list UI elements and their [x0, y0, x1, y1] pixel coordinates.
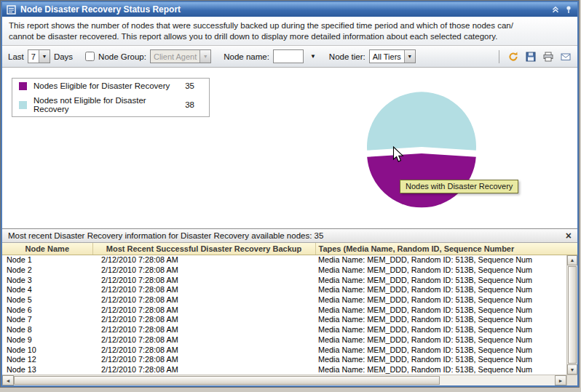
tapes-cell: Media Name: MEM_DDD, Random ID: 513B, Se… — [315, 364, 566, 375]
tapes-cell: Media Name: MEM_DDD, Random ID: 513B, Se… — [315, 324, 566, 335]
node-name-label: Node name: — [224, 52, 269, 61]
tapes-cell: Media Name: MEM_DDD, Random ID: 513B, Se… — [315, 345, 566, 355]
last-label: Last — [8, 52, 24, 61]
column-header-backup[interactable]: Most Recent Successful Disaster Recovery… — [92, 243, 315, 255]
node-tier-select[interactable]: All Tiers ▼ — [369, 49, 416, 63]
legend-item-not-eligible[interactable]: Nodes not Eligible for Disaster Recovery… — [12, 93, 209, 116]
legend-item-eligible[interactable]: Nodes Eligible for Disaster Recovery 35 — [12, 79, 209, 93]
node-name-cell: Node 5 — [2, 295, 92, 305]
report-icon — [7, 5, 16, 15]
report-window: Node Disaster Recovery Status Report Thi… — [1, 1, 579, 387]
filter-toolbar: Last 7 ▼ Days Node Group: Client Agent ▼… — [2, 46, 577, 68]
refresh-icon[interactable] — [507, 51, 519, 63]
tapes-cell: Media Name: MEM_DDD, Random ID: 513B, Se… — [315, 335, 566, 345]
node-name-cell: Node 10 — [2, 345, 92, 355]
tapes-cell: Media Name: MEM_DDD, Random ID: 513B, Se… — [315, 265, 566, 275]
print-icon[interactable] — [542, 51, 554, 63]
legend-color-eligible — [19, 82, 27, 90]
mouse-cursor-icon — [392, 146, 404, 166]
node-name-cell: Node 2 — [2, 265, 92, 275]
backup-time-cell: 2/12/2010 7:28:08 AM — [92, 265, 315, 275]
node-name-cell: Node 7 — [2, 315, 92, 325]
horizontal-scrollbar[interactable]: ◄ ► — [2, 375, 577, 385]
tapes-cell: Media Name: MEM_DDD, Random ID: 513B, Se… — [315, 295, 566, 305]
email-icon[interactable] — [560, 51, 572, 63]
pie-slice-not-eligible[interactable] — [367, 92, 476, 150]
close-icon[interactable]: × — [566, 231, 572, 241]
detail-panel: Most recent Disaster Recovery informatio… — [2, 228, 577, 385]
tapes-cell: Media Name: MEM_DDD, Random ID: 513B, Se… — [315, 285, 566, 295]
node-name-cell: Node 13 — [2, 364, 92, 375]
backup-time-cell: 2/12/2010 7:28:08 AM — [92, 335, 315, 345]
table-row[interactable]: Node 22/12/2010 7:28:08 AMMedia Name: ME… — [2, 265, 566, 275]
table-row[interactable]: Node 52/12/2010 7:28:08 AMMedia Name: ME… — [2, 295, 566, 305]
toolbar-actions — [499, 50, 572, 63]
toolbar-separator — [499, 50, 499, 63]
table-row[interactable]: Node 42/12/2010 7:28:08 AMMedia Name: ME… — [2, 285, 566, 295]
table-header: Node Name Most Recent Successful Disaste… — [2, 243, 577, 255]
report-description-line1: This report shows the number of nodes th… — [9, 20, 570, 31]
node-name-input[interactable] — [273, 49, 304, 63]
node-group-checkbox[interactable] — [85, 52, 95, 61]
table-row[interactable]: Node 132/12/2010 7:28:08 AMMedia Name: M… — [2, 364, 566, 375]
node-name-cell: Node 8 — [2, 324, 92, 335]
backup-time-cell: 2/12/2010 7:28:08 AM — [92, 364, 315, 375]
node-group-select[interactable]: Client Agent ▼ — [150, 49, 211, 63]
vertical-scrollbar[interactable]: ▲ ▼ — [566, 255, 577, 375]
desktop-background: Node Disaster Recovery Status Report Thi… — [0, 0, 581, 392]
backup-time-cell: 2/12/2010 7:28:08 AM — [92, 255, 315, 265]
save-icon[interactable] — [525, 51, 537, 63]
table-row[interactable]: Node 92/12/2010 7:28:08 AMMedia Name: ME… — [2, 335, 566, 345]
table-body: Node 12/12/2010 7:28:08 AMMedia Name: ME… — [2, 255, 566, 375]
pin-icon[interactable] — [564, 5, 573, 14]
scroll-right-icon[interactable]: ► — [555, 375, 566, 385]
collapse-icon[interactable] — [551, 5, 560, 14]
legend-value-not-eligible: 38 — [185, 100, 194, 109]
detail-header: Most recent Disaster Recovery informatio… — [2, 229, 577, 243]
scroll-up-icon[interactable]: ▲ — [567, 255, 577, 265]
backup-time-cell: 2/12/2010 7:28:08 AM — [92, 275, 315, 285]
table-row[interactable]: Node 32/12/2010 7:28:08 AMMedia Name: ME… — [2, 275, 566, 285]
table-row[interactable]: Node 82/12/2010 7:28:08 AMMedia Name: ME… — [2, 324, 566, 335]
node-name-cell: Node 1 — [2, 255, 92, 265]
node-name-cell: Node 12 — [2, 354, 92, 364]
node-name-cell: Node 3 — [2, 275, 92, 285]
title-bar: Node Disaster Recovery Status Report — [2, 2, 577, 17]
horizontal-scroll-thumb[interactable] — [14, 376, 440, 385]
tapes-cell: Media Name: MEM_DDD, Random ID: 513B, Se… — [315, 354, 566, 364]
period-select-value: 7 — [28, 50, 39, 63]
vertical-scroll-thumb[interactable] — [568, 266, 577, 364]
column-header-node-name[interactable]: Node Name — [2, 243, 92, 255]
backup-time-cell: 2/12/2010 7:28:08 AM — [92, 305, 315, 315]
chart-legend: Nodes Eligible for Disaster Recovery 35 … — [12, 78, 210, 117]
table-row[interactable]: Node 62/12/2010 7:28:08 AMMedia Name: ME… — [2, 305, 566, 315]
horizontal-scroll-track[interactable] — [440, 375, 555, 385]
report-description-line2: cannot be disaster recovered. This repor… — [9, 31, 570, 42]
scroll-left-icon[interactable]: ◄ — [2, 375, 14, 385]
chevron-down-icon: ▼ — [199, 50, 210, 63]
report-description: This report shows the number of nodes th… — [2, 17, 577, 46]
node-name-cell: Node 6 — [2, 305, 92, 315]
node-name-cell: Node 4 — [2, 285, 92, 295]
detail-header-text: Most recent Disaster Recovery informatio… — [8, 231, 323, 240]
table-body-region: Node 12/12/2010 7:28:08 AMMedia Name: ME… — [2, 255, 577, 375]
backup-time-cell: 2/12/2010 7:28:08 AM — [92, 354, 315, 364]
backup-time-cell: 2/12/2010 7:28:08 AM — [92, 315, 315, 325]
column-header-tapes[interactable]: Tapes (Media Name, Random ID, Sequence N… — [315, 243, 577, 255]
node-name-dropdown-icon[interactable]: ▼ — [309, 53, 317, 60]
days-label: Days — [54, 52, 73, 61]
node-group-label: Node Group: — [98, 52, 146, 61]
tapes-cell: Media Name: MEM_DDD, Random ID: 513B, Se… — [315, 255, 566, 265]
backup-time-cell: 2/12/2010 7:28:08 AM — [92, 345, 315, 355]
table-row[interactable]: Node 122/12/2010 7:28:08 AMMedia Name: M… — [2, 354, 566, 364]
table-viewport: Node 12/12/2010 7:28:08 AMMedia Name: ME… — [2, 255, 566, 375]
tapes-cell: Media Name: MEM_DDD, Random ID: 513B, Se… — [315, 315, 566, 325]
table-row[interactable]: Node 12/12/2010 7:28:08 AMMedia Name: ME… — [2, 255, 566, 265]
scroll-down-icon[interactable]: ▼ — [567, 364, 577, 375]
table-row[interactable]: Node 102/12/2010 7:28:08 AMMedia Name: M… — [2, 345, 566, 355]
backup-time-cell: 2/12/2010 7:28:08 AM — [92, 295, 315, 305]
legend-value-eligible: 35 — [185, 81, 194, 90]
table-row[interactable]: Node 72/12/2010 7:28:08 AMMedia Name: ME… — [2, 315, 566, 325]
period-select[interactable]: 7 ▼ — [28, 49, 50, 63]
chevron-down-icon: ▼ — [404, 50, 415, 63]
